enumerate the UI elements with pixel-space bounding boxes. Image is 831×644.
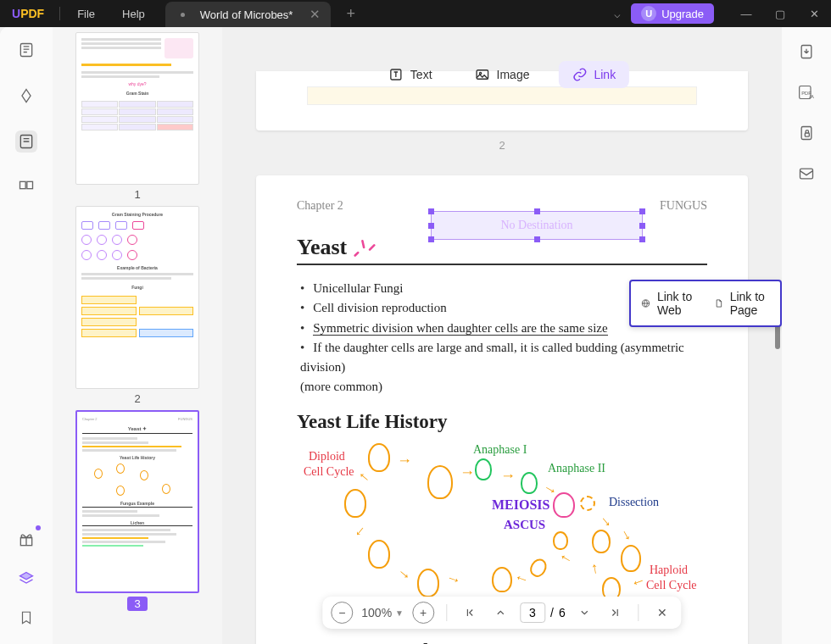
resize-handle[interactable]: [428, 236, 434, 242]
chevron-down-icon: ▼: [395, 608, 404, 618]
layers-icon[interactable]: [15, 568, 37, 590]
thumb-num-1: 1: [75, 188, 199, 201]
tab-title: World of Microbes*: [200, 8, 293, 21]
page-number-2: 2: [256, 139, 748, 152]
zoom-value: 100%: [361, 606, 392, 619]
resize-handle[interactable]: [428, 223, 434, 229]
current-page-input[interactable]: [520, 602, 545, 623]
diagram-label-ana1: Anaphase I: [473, 443, 527, 457]
zoom-out-button[interactable]: −: [331, 602, 353, 624]
resize-handle[interactable]: [428, 208, 434, 214]
tool-image[interactable]: Image: [461, 61, 544, 88]
resize-handle[interactable]: [534, 208, 540, 214]
yeast-life-diagram: Diploid Cell Cycle Anaphase I Anaphase I…: [297, 441, 707, 611]
thumbnail-3[interactable]: Chapter 2FUNGUS Yeast ✦ Yeast Life Histo…: [75, 410, 199, 611]
topic-label: FUNGUS: [660, 199, 707, 213]
link-to-web-option[interactable]: Link to Web: [641, 290, 695, 317]
web-icon: [641, 296, 650, 311]
page-icon: [714, 296, 723, 311]
link-icon: [572, 67, 587, 82]
export-icon[interactable]: [795, 41, 817, 63]
resize-handle[interactable]: [639, 236, 645, 242]
page-controls: − 100% ▼ + / 6 ✕: [322, 597, 681, 629]
document-scroll[interactable]: 2 Chapter 2 FUNGUS Yeast No Destination: [222, 27, 782, 644]
add-tab-button[interactable]: +: [346, 5, 355, 23]
svg-rect-2: [20, 181, 26, 188]
thumbnail-1[interactable]: why dye? Gram Stain 1: [75, 32, 199, 201]
upgrade-button[interactable]: U Upgrade: [631, 3, 714, 24]
spark-icon: [354, 237, 376, 258]
tool-link[interactable]: Link: [558, 61, 629, 88]
tool-text-label: Text: [410, 68, 432, 81]
svg-line-8: [355, 253, 358, 255]
bullet-4a: If the daughter cells are large and smal…: [300, 341, 684, 374]
page-indicator: / 6: [520, 602, 566, 623]
diagram-label-haploid: Haploid: [650, 564, 688, 577]
fungus-example-heading: Fungus Example: [297, 640, 438, 645]
page-3: Chapter 2 FUNGUS Yeast No Destination: [256, 175, 748, 644]
minimize-button[interactable]: —: [729, 0, 763, 27]
bullet-4: If the daughter cells are large and smal…: [300, 338, 707, 397]
svg-rect-3: [27, 181, 33, 188]
menu-file[interactable]: File: [64, 8, 109, 20]
resize-handle[interactable]: [639, 208, 645, 214]
diagram-label-cellcycle2: Cell Cycle: [646, 579, 697, 592]
bullet-3-text: Symmetric division when daughter cells a…: [313, 321, 607, 336]
titlebar: UPDF File Help World of Microbes* ✕ + ⌵ …: [0, 0, 831, 27]
app-body: why dye? Gram Stain 1 Gram Staining Proc…: [0, 27, 831, 644]
divider: [59, 7, 60, 20]
annotate-icon[interactable]: [15, 85, 37, 107]
tool-text[interactable]: Text: [375, 61, 446, 88]
tab-close-icon[interactable]: ✕: [308, 7, 322, 22]
diagram-label-ana2: Anaphase II: [548, 462, 605, 475]
last-page-button[interactable]: [605, 602, 627, 624]
thumb-num-2: 2: [75, 392, 199, 405]
diagram-label-ascus: ASCUS: [504, 518, 545, 532]
organize-icon[interactable]: [15, 176, 37, 198]
link-to-web-label: Link to Web: [657, 290, 695, 317]
diagram-label-meiosis: MEIOSIS: [492, 497, 549, 513]
resize-handle[interactable]: [639, 223, 645, 229]
menu-help[interactable]: Help: [109, 8, 159, 20]
close-button[interactable]: ✕: [797, 0, 831, 27]
thumbnail-panel: why dye? Gram Stain 1 Gram Staining Proc…: [53, 27, 222, 644]
window-controls: — ▢ ✕: [729, 0, 831, 27]
bookmark-icon[interactable]: [15, 607, 37, 629]
bullet-4b: (more common): [300, 380, 382, 393]
divider: [639, 604, 639, 621]
reader-mode-icon[interactable]: [15, 39, 37, 61]
text-icon: [388, 67, 404, 82]
close-controls-button[interactable]: ✕: [651, 602, 673, 624]
image-icon: [475, 67, 490, 82]
protect-icon[interactable]: [795, 122, 817, 144]
diagram-label-dissection: Dissection: [609, 496, 659, 509]
zoom-dropdown[interactable]: 100% ▼: [361, 606, 404, 619]
link-selection-region[interactable]: No Destination: [431, 211, 643, 240]
share-icon[interactable]: [795, 163, 817, 185]
document-area: Text Image Link 2 Chapter 2 FUNGUS: [222, 27, 782, 644]
ruler-graphic: [307, 86, 697, 105]
resize-handle[interactable]: [534, 236, 540, 242]
maximize-button[interactable]: ▢: [763, 0, 797, 27]
tabs-dropdown-icon[interactable]: ⌵: [604, 8, 631, 20]
first-page-button[interactable]: [459, 602, 481, 624]
gift-icon[interactable]: [15, 529, 37, 551]
pdfa-icon[interactable]: PDF/A: [795, 81, 817, 103]
document-tab[interactable]: World of Microbes* ✕: [165, 2, 332, 27]
thumbnail-2[interactable]: Gram Staining Procedure Example of Bacte…: [75, 206, 199, 405]
zoom-in-button[interactable]: +: [412, 602, 434, 624]
tool-image-label: Image: [497, 68, 530, 81]
tab-indicator-dot: [181, 13, 185, 17]
logo-u: U: [12, 7, 20, 20]
next-page-button[interactable]: [574, 602, 596, 624]
link-type-popup: Link to Web Link to Page: [629, 280, 782, 327]
link-region-label: No Destination: [500, 219, 572, 232]
edit-toolbar: Text Image Link: [375, 61, 629, 88]
yeast-heading-row: Yeast No Destination: [297, 235, 707, 265]
edit-mode-icon[interactable]: [15, 130, 37, 153]
left-rail: [0, 27, 53, 644]
link-to-page-label: Link to Page: [730, 290, 770, 317]
link-to-page-option[interactable]: Link to Page: [714, 290, 770, 317]
svg-rect-0: [20, 44, 31, 57]
prev-page-button[interactable]: [489, 602, 511, 624]
